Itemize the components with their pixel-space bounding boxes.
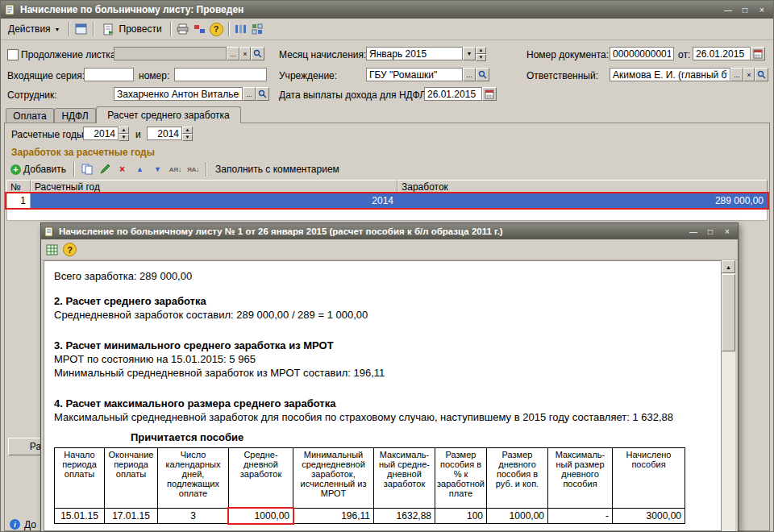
bt-header: Окончание периода оплаты	[105, 448, 158, 509]
spin-down-icon[interactable]: ▼	[119, 134, 129, 141]
add-icon: +	[10, 164, 21, 175]
bottom-partial-label: До	[24, 519, 36, 530]
responsible-search-icon[interactable]	[755, 68, 768, 81]
edit-icon[interactable]	[97, 162, 112, 177]
maximize-icon[interactable]: □	[703, 226, 718, 238]
col-num-header[interactable]: №	[6, 180, 31, 193]
sort-asc-icon[interactable]: АЯ↓	[168, 162, 183, 177]
scroll-up-icon[interactable]: ▲	[722, 260, 735, 273]
actions-menu-button[interactable]: Действия ▼	[4, 21, 64, 37]
minimize-icon[interactable]: —	[686, 226, 701, 238]
toolbar-separator	[170, 22, 171, 36]
copy-icon[interactable]	[79, 162, 94, 177]
move-up-icon[interactable]: ▲	[132, 162, 148, 177]
continuation-checkbox[interactable]	[7, 49, 19, 60]
bt-header: Максималь-ный средне-дневной заработок	[374, 448, 435, 509]
employee-search-icon[interactable]	[256, 87, 269, 101]
ndfl-date-calendar-icon[interactable]	[482, 87, 497, 101]
print-icon[interactable]	[175, 22, 190, 37]
bt-cell-percent: 100	[435, 509, 487, 524]
col-amount-header[interactable]: Заработок	[397, 180, 768, 193]
bt-header: Размер пособия в % к заработной плате	[435, 448, 487, 509]
report-icon[interactable]	[44, 242, 60, 257]
columns-icon[interactable]	[233, 22, 248, 37]
spin-down-icon[interactable]: ▼	[476, 54, 486, 61]
avg-earnings-line: Среднедневной заработок составил: 289 00…	[54, 308, 714, 322]
tab-oplata[interactable]: Оплата	[6, 108, 54, 123]
spin-up-icon[interactable]: ▲	[476, 47, 486, 54]
add-button[interactable]: + Добавить	[8, 161, 69, 177]
delete-icon[interactable]: ×	[114, 162, 130, 177]
spin-up-icon[interactable]: ▲	[119, 127, 129, 134]
scrollbar-thumb[interactable]	[722, 274, 735, 351]
help-icon[interactable]: ?	[209, 22, 224, 37]
window-icon[interactable]	[73, 22, 89, 37]
dialog-titlebar: Начисление по больничному листу № 1 от 2…	[41, 223, 738, 239]
employee-select-button[interactable]: ...	[243, 87, 256, 101]
doc-date-input[interactable]	[693, 47, 751, 60]
settings-icon[interactable]	[250, 22, 265, 37]
chevron-down-icon: ▼	[55, 27, 60, 32]
ndfl-date-input[interactable]	[424, 87, 482, 101]
benefit-table: Начало периода оплаты Окончание периода …	[54, 447, 685, 524]
move-down-icon[interactable]: ▼	[150, 162, 165, 177]
earnings-table-row[interactable]: 1 2014 289 000,00	[6, 193, 768, 208]
incoming-series-input[interactable]	[84, 68, 134, 81]
bt-header: Начало периода оплаты	[55, 448, 105, 509]
month-dropdown-icon[interactable]: ▼	[463, 47, 476, 60]
doc-number-input[interactable]	[610, 47, 674, 60]
bt-cell-max-avg: 1632,88	[374, 509, 435, 524]
main-titlebar: Начисление по больничному листу: Проведе…	[1, 1, 773, 19]
year-from-spinner[interactable]: ▲ ▼	[119, 127, 129, 140]
year-to-spinner[interactable]: ▲ ▼	[182, 127, 193, 140]
continuation-search-icon[interactable]	[251, 47, 264, 60]
help-icon[interactable]: ?	[63, 243, 77, 256]
doc-number-label: Номер документа:	[526, 49, 609, 60]
institution-input[interactable]	[366, 68, 463, 81]
doc-date-calendar-icon[interactable]	[751, 47, 765, 60]
responsible-select-button[interactable]: ...	[730, 68, 743, 81]
toolbar-separator	[69, 22, 69, 36]
window-title: Начисление по больничному листу: Проведе…	[20, 4, 718, 15]
responsible-label: Ответственный:	[526, 70, 598, 81]
month-spinner[interactable]: ▲ ▼	[476, 47, 486, 60]
sort-desc-icon[interactable]: ЯА↓	[185, 162, 201, 177]
employee-input[interactable]	[114, 87, 243, 101]
maximize-icon[interactable]: □	[738, 4, 752, 16]
bt-header: Размер дневного пособия в руб. и коп.	[487, 448, 548, 509]
tab-ndfl[interactable]: НДФЛ	[54, 108, 96, 123]
continuation-select-button[interactable]: ...	[227, 47, 239, 60]
toolbar-separator	[93, 22, 94, 36]
continuation-input[interactable]	[114, 47, 227, 60]
section-3-heading: 3. Расчет минимального среднего заработк…	[54, 339, 714, 352]
vertical-scrollbar[interactable]: ▲	[722, 260, 735, 531]
spin-down-icon[interactable]: ▼	[182, 134, 193, 141]
responsible-input[interactable]	[610, 68, 730, 81]
responsible-clear-button[interactable]: ×	[743, 68, 755, 81]
tab-average-earnings[interactable]: Расчет среднего заработка	[96, 106, 241, 123]
dtkt-icon[interactable]	[192, 22, 207, 37]
close-icon[interactable]: ×	[755, 4, 769, 16]
continuation-label: Продолжение листка	[21, 49, 116, 60]
bt-cell-period-end: 17.01.15	[105, 509, 158, 524]
info-icon: i	[10, 519, 20, 530]
col-year-header[interactable]: Расчетный год	[31, 180, 397, 193]
month-input[interactable]	[366, 47, 463, 60]
section-4-heading: 4. Расчет максимального размера среднего…	[54, 397, 714, 410]
year-to-input[interactable]	[147, 127, 182, 140]
close-icon[interactable]: ×	[720, 226, 734, 238]
incoming-number-input[interactable]	[174, 68, 267, 81]
minimize-icon[interactable]: —	[721, 4, 735, 16]
row-amount-cell: 289 000,00	[397, 193, 768, 208]
main-toolbar: Действия ▼ Провести ?	[1, 19, 773, 40]
continuation-clear-button[interactable]: ×	[239, 47, 251, 60]
institution-select-button[interactable]: ...	[463, 68, 476, 81]
document-icon	[44, 227, 54, 237]
post-button[interactable]: Провести	[98, 21, 166, 37]
spin-up-icon[interactable]: ▲	[182, 127, 193, 134]
benefit-table-title: Причитается пособие	[131, 430, 714, 444]
earnings-table-header: № Расчетный год Заработок	[6, 180, 768, 193]
institution-search-icon[interactable]	[476, 68, 489, 81]
year-from-input[interactable]	[83, 127, 119, 140]
fill-with-comment-button[interactable]: Заполнить с комментарием	[211, 161, 343, 177]
